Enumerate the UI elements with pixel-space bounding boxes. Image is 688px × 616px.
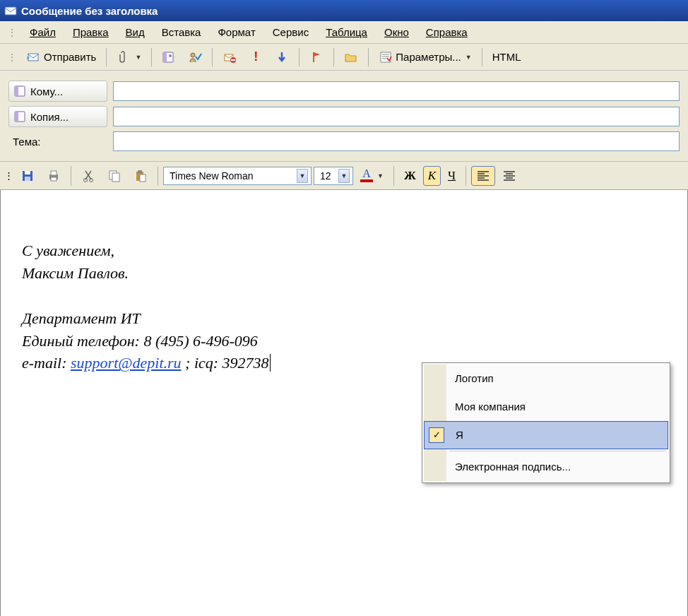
addressbook-icon xyxy=(13,84,28,98)
menubar: ⋮ Файл Правка Вид Вставка Формат Сервис … xyxy=(0,21,688,44)
align-left-icon xyxy=(476,169,490,183)
svg-point-4 xyxy=(169,54,172,57)
paste-button[interactable] xyxy=(129,166,153,186)
to-input[interactable] xyxy=(113,81,680,101)
autotext-context-menu: Логотип Моя компания ✓ Я Электронная под… xyxy=(422,362,670,483)
separator xyxy=(465,166,466,186)
print-button[interactable] xyxy=(42,166,66,186)
text-cursor xyxy=(269,354,271,372)
menu-table[interactable]: Таблица xyxy=(319,23,374,41)
attach-button[interactable]: ▼ xyxy=(112,47,146,67)
send-label: Отправить xyxy=(44,51,96,63)
separator xyxy=(482,48,482,66)
align-center-button[interactable] xyxy=(497,166,521,186)
menu-separator xyxy=(449,451,665,451)
context-menu-item-logo[interactable]: Логотип xyxy=(424,365,668,393)
importance-low-button[interactable] xyxy=(270,47,294,67)
menu-help[interactable]: Справка xyxy=(419,23,475,41)
chevron-down-icon: ▼ xyxy=(297,169,308,183)
titlebar: Сообщение без заголовка xyxy=(0,0,688,21)
to-button[interactable]: Кому... xyxy=(8,81,107,102)
menu-window[interactable]: Окно xyxy=(377,23,416,41)
context-menu-item-me[interactable]: ✓ Я xyxy=(424,421,668,449)
menu-view[interactable]: Вид xyxy=(119,23,152,41)
svg-rect-3 xyxy=(163,52,167,62)
menu-tools[interactable]: Сервис xyxy=(266,23,316,41)
message-body-editor[interactable]: С уважением, Максим Павлов. Департамент … xyxy=(0,190,688,616)
font-name-select[interactable]: Times New Roman ▼ xyxy=(163,167,312,185)
options-button[interactable]: Параметры... ▼ xyxy=(374,47,476,67)
body-line: С уважением, xyxy=(22,239,673,262)
svg-rect-11 xyxy=(15,86,18,96)
flag-button[interactable] xyxy=(304,47,328,67)
options-icon xyxy=(379,50,393,64)
format-mode-label[interactable]: HTML xyxy=(487,48,526,66)
save-button[interactable] xyxy=(16,166,40,186)
main-toolbar: ⋮ Отправить ▼ ! xyxy=(0,44,688,71)
svg-rect-23 xyxy=(112,173,119,182)
svg-rect-0 xyxy=(5,7,16,15)
cc-input[interactable] xyxy=(113,107,680,126)
svg-rect-8 xyxy=(231,59,235,61)
separator xyxy=(393,166,394,186)
separator xyxy=(158,166,158,186)
align-left-button[interactable] xyxy=(471,166,495,186)
separator xyxy=(333,48,334,66)
options-label: Параметры... xyxy=(396,51,461,63)
cut-button[interactable] xyxy=(76,166,100,186)
svg-rect-18 xyxy=(51,171,57,175)
separator xyxy=(71,166,71,186)
svg-rect-16 xyxy=(25,177,30,181)
menu-insert[interactable]: Вставка xyxy=(155,23,208,41)
check-names-button[interactable] xyxy=(183,47,207,67)
permission-icon xyxy=(223,50,237,64)
addressbook-button[interactable] xyxy=(157,47,181,67)
paperclip-icon xyxy=(117,50,131,64)
font-size-value: 12 xyxy=(320,170,331,182)
chevron-down-icon: ▼ xyxy=(376,172,384,179)
menu-edit[interactable]: Правка xyxy=(66,23,116,41)
format-toolbar: ⋮ Times New Roman ▼ 12 ▼ A xyxy=(0,162,688,190)
importance-low-icon xyxy=(275,50,289,64)
subject-input[interactable] xyxy=(113,131,680,151)
cc-button[interactable]: Копия... xyxy=(8,106,107,127)
font-color-button[interactable]: A ▼ xyxy=(355,166,389,185)
toolbar-grip: ⋮ xyxy=(4,52,20,63)
font-size-select[interactable]: 12 ▼ xyxy=(314,167,353,185)
svg-rect-13 xyxy=(15,112,18,122)
body-line xyxy=(22,285,673,307)
send-button[interactable]: Отправить xyxy=(22,47,101,67)
context-menu-item-company[interactable]: Моя компания xyxy=(424,393,668,421)
separator xyxy=(106,48,107,66)
menu-format[interactable]: Формат xyxy=(210,23,262,41)
email-link[interactable]: support@depit.ru xyxy=(71,354,182,372)
folder-icon xyxy=(344,50,358,64)
separator xyxy=(299,48,299,66)
svg-rect-26 xyxy=(140,174,146,182)
align-center-icon xyxy=(502,169,516,183)
save-icon xyxy=(20,169,35,183)
flag-icon xyxy=(309,50,324,64)
subject-label: Тема: xyxy=(8,133,107,150)
separator xyxy=(368,48,369,66)
copy-icon xyxy=(107,169,121,183)
message-header: Кому... Копия... Тема: xyxy=(0,71,688,162)
copy-button[interactable] xyxy=(102,166,126,186)
importance-high-button[interactable]: ! xyxy=(244,47,268,67)
svg-point-5 xyxy=(191,53,195,57)
svg-rect-15 xyxy=(25,171,30,174)
body-line: Максим Павлов. xyxy=(22,262,673,285)
folder-button[interactable] xyxy=(339,47,363,67)
permission-button[interactable] xyxy=(218,47,242,67)
paste-icon xyxy=(134,169,148,183)
chevron-down-icon: ▼ xyxy=(464,54,472,61)
check-icon: ✓ xyxy=(429,427,444,443)
body-line: Единый телефон: 8 (495) 6-496-096 xyxy=(22,330,673,353)
chevron-down-icon: ▼ xyxy=(338,169,350,183)
italic-button[interactable]: К xyxy=(423,166,441,186)
menu-file[interactable]: Файл xyxy=(23,23,63,41)
context-menu-item-esignature[interactable]: Электронная подпись... xyxy=(424,453,668,481)
svg-rect-1 xyxy=(28,54,38,61)
underline-button[interactable]: Ч xyxy=(443,166,461,186)
bold-button[interactable]: Ж xyxy=(399,166,421,186)
